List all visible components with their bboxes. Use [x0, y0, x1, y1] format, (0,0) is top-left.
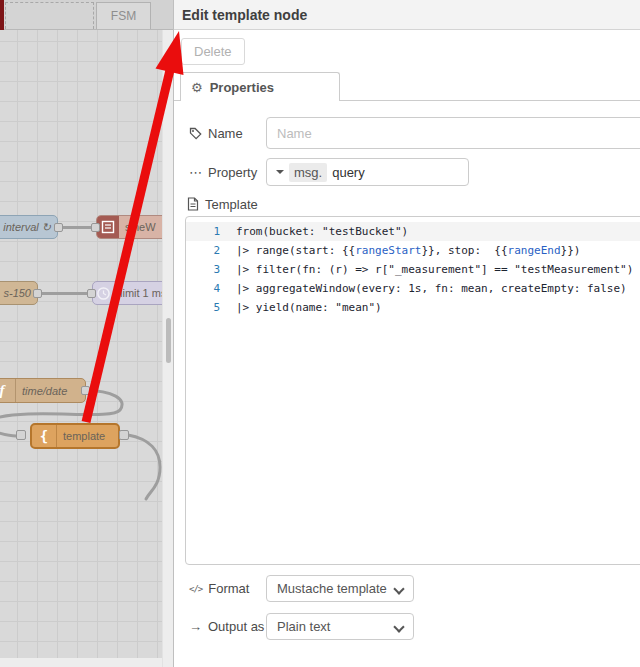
code-text: from(bucket: "testBucket") — [236, 222, 408, 241]
property-value[interactable]: query — [332, 165, 365, 180]
node-port[interactable] — [54, 223, 63, 232]
tab-properties-label: Properties — [210, 80, 274, 95]
name-input[interactable] — [266, 117, 640, 149]
function-icon: f — [0, 379, 16, 402]
line-number: 2 — [186, 241, 236, 260]
dialog-content: Name ⋯ Property msg. query — [174, 117, 640, 640]
property-row: ⋯ Property msg. query — [189, 158, 640, 186]
line-number: 5 — [186, 298, 236, 317]
code-brackets-icon: </> — [189, 584, 202, 594]
tag-icon — [189, 127, 202, 140]
node-label: s-150 — [0, 287, 37, 299]
node-label: template — [57, 430, 111, 442]
node-interval[interactable]: interval ↻ — [0, 215, 58, 239]
arrow-right-icon: → — [189, 619, 202, 634]
property-label: ⋯ Property — [189, 165, 266, 180]
format-value: Mustache template — [277, 581, 387, 596]
flow-canvas[interactable]: interval ↻ sineW s-150 — [0, 30, 162, 658]
output-label: → Output as — [189, 619, 266, 634]
node-port[interactable] — [119, 430, 129, 440]
dialog-title: Edit template node — [174, 0, 640, 30]
clock-icon — [93, 282, 114, 304]
output-row: → Output as Plain text — [189, 613, 640, 640]
tab-properties[interactable]: ⚙ Properties — [180, 72, 340, 101]
line-number: 4 — [186, 279, 236, 298]
wire — [128, 435, 160, 499]
line-number: 3 — [186, 260, 236, 279]
code-lines: 1from(bucket: "testBucket")2|> range(sta… — [186, 222, 640, 317]
gear-icon: ⚙ — [191, 80, 203, 95]
code-line[interactable]: 1from(bucket: "testBucket") — [186, 222, 640, 241]
dialog-toolbar: Delete — [174, 30, 640, 72]
node-label: interval ↻ — [0, 221, 57, 234]
node-port[interactable] — [16, 430, 26, 440]
template-file-icon — [187, 197, 199, 211]
template-label: Template — [205, 197, 258, 212]
format-select[interactable]: Mustache template — [266, 575, 414, 602]
code-text: |> filter(fn: (r) => r["_measurement"] =… — [236, 260, 633, 279]
name-label: Name — [189, 126, 266, 141]
workspace-tabbar: FSM — [0, 0, 173, 30]
code-line[interactable]: 2|> range(start: {{rangeStart}}, stop: {… — [186, 241, 640, 260]
node-port[interactable] — [33, 289, 42, 298]
chevron-down-icon — [393, 621, 404, 632]
node-label: sineW — [119, 221, 162, 233]
property-typed-input[interactable]: msg. query — [266, 158, 469, 186]
node-label: limit 1 ms — [114, 287, 162, 299]
header-red-strip — [0, 0, 4, 30]
sinewave-icon — [97, 216, 119, 238]
name-row: Name — [189, 117, 640, 149]
code-text: |> aggregateWindow(every: 1s, fn: mean, … — [236, 279, 627, 298]
flow-horizontal-scrollbar[interactable] — [0, 658, 162, 667]
delete-button[interactable]: Delete — [181, 38, 245, 65]
code-text: |> range(start: {{rangeStart}}, stop: {{… — [236, 241, 580, 260]
template-brace-icon: { — [32, 425, 57, 447]
code-line[interactable]: 3|> filter(fn: (r) => r["_measurement"] … — [186, 260, 640, 279]
flow-editor: FSM interval ↻ — [0, 0, 173, 667]
flow-wires — [0, 30, 162, 658]
msg-type-chip[interactable]: msg. — [289, 163, 327, 182]
format-row: </> Format Mustache template — [189, 575, 640, 602]
code-line[interactable]: 4|> aggregateWindow(every: 1s, fn: mean,… — [186, 279, 640, 298]
line-number: 1 — [186, 222, 236, 241]
workspace-tab-fsm[interactable]: FSM — [96, 2, 151, 29]
chevron-down-icon — [393, 583, 404, 594]
node-label: time/date — [16, 385, 73, 397]
node-port[interactable] — [81, 386, 90, 395]
node-timedate[interactable]: f time/date — [0, 378, 86, 403]
screenshot-root: FSM interval ↻ — [0, 0, 640, 667]
node-template[interactable]: { template — [30, 423, 120, 449]
template-code-editor[interactable]: 1from(bucket: "testBucket")2|> range(sta… — [185, 216, 640, 565]
node-limit[interactable]: limit 1 ms — [92, 281, 162, 305]
flow-vertical-scrollbar[interactable] — [162, 30, 173, 667]
node-port[interactable] — [91, 223, 100, 232]
scrollbar-thumb[interactable] — [166, 318, 171, 363]
dialog-tabbar: ⚙ Properties — [174, 72, 640, 101]
chevron-down-icon[interactable] — [276, 170, 284, 174]
node-sinewave[interactable]: sineW — [96, 215, 162, 239]
output-select[interactable]: Plain text — [266, 613, 414, 640]
code-text: |> yield(name: "mean") — [236, 298, 382, 317]
workspace-tab-dashed[interactable] — [5, 2, 94, 29]
code-line[interactable]: 5|> yield(name: "mean") — [186, 298, 640, 317]
edit-dialog: Edit template node Delete ⚙ Properties N… — [173, 0, 640, 667]
output-value: Plain text — [277, 619, 330, 634]
format-label: </> Format — [189, 581, 266, 596]
ellipsis-icon: ⋯ — [189, 165, 202, 180]
wire — [0, 431, 16, 436]
node-port[interactable] — [87, 289, 96, 298]
template-label-row: Template — [187, 196, 640, 212]
